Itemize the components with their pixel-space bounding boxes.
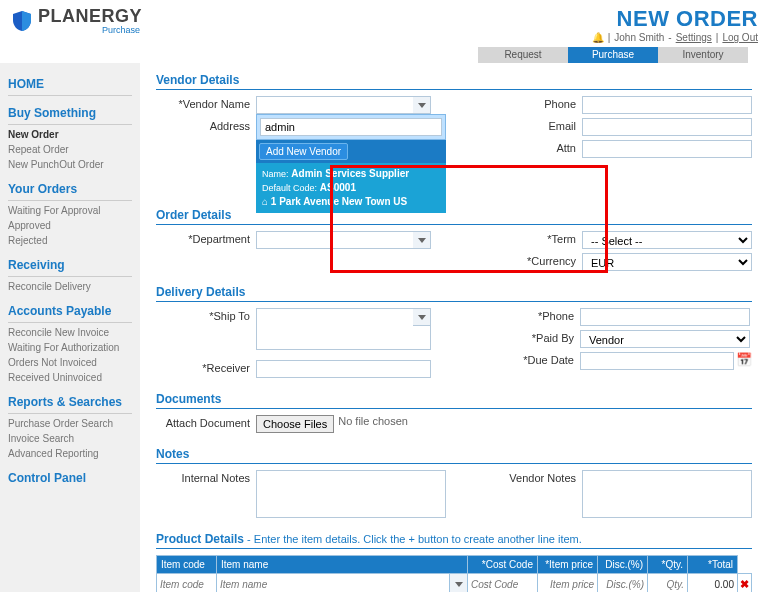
vendor-notes-input[interactable] <box>582 470 752 518</box>
chevron-down-icon <box>418 315 426 320</box>
label-vendor-notes: Vendor Notes <box>482 470 582 518</box>
shipto-dropdown-toggle[interactable] <box>413 308 431 326</box>
logout-link[interactable]: Log Out <box>722 32 758 43</box>
label-attn: Attn <box>482 140 582 158</box>
shield-icon <box>10 9 34 33</box>
tab-purchase[interactable]: Purchase <box>568 47 658 63</box>
attn-input[interactable] <box>582 140 752 158</box>
home-icon: ⌂ <box>262 196 268 207</box>
section-products: Product Details - Enter the item details… <box>156 532 752 549</box>
tabs: Request Purchase Inventory <box>10 47 758 63</box>
vendor-result-item[interactable]: Name: Admin Services Supplier Default Co… <box>256 163 446 213</box>
term-select[interactable]: -- Select -- <box>582 231 752 249</box>
label-department: *Department <box>156 231 256 249</box>
chevron-down-icon <box>418 103 426 108</box>
row-item-price[interactable] <box>539 575 596 592</box>
sidebar-item-rejected[interactable]: Rejected <box>8 233 132 248</box>
label-address: Address <box>156 118 256 132</box>
chevron-down-icon <box>418 238 426 243</box>
label-currency: *Currency <box>482 253 582 271</box>
col-cost-code: *Cost Code <box>468 556 538 574</box>
department-dropdown-toggle[interactable] <box>413 231 431 249</box>
tab-request[interactable]: Request <box>478 47 568 63</box>
vendor-name-input[interactable] <box>256 96 431 114</box>
row-item-name[interactable] <box>218 575 466 592</box>
choose-files-button[interactable]: Choose Files <box>256 415 334 433</box>
sidebar-item-waiting-approval[interactable]: Waiting For Approval <box>8 203 132 218</box>
label-attach: Attach Document <box>156 415 256 433</box>
phone-input[interactable] <box>582 96 752 114</box>
label-vendor-name: *Vendor Name <box>156 96 256 114</box>
delete-row-button[interactable]: ✖ <box>738 574 752 593</box>
label-duedate: *Due Date <box>480 352 580 370</box>
col-total: *Total <box>688 556 738 574</box>
row-disc[interactable] <box>599 575 646 592</box>
sidebar-item-waiting-auth[interactable]: Waiting For Authorization <box>8 340 132 355</box>
nav-receiving[interactable]: Receiving <box>8 254 132 277</box>
add-vendor-button[interactable]: Add New Vendor <box>259 143 348 160</box>
sidebar-item-punchout[interactable]: New PunchOut Order <box>8 157 132 172</box>
nav-home[interactable]: HOME <box>8 73 132 96</box>
sidebar-item-not-invoiced[interactable]: Orders Not Invoiced <box>8 355 132 370</box>
calendar-icon[interactable]: 📅 <box>736 352 752 370</box>
sidebar: HOME Buy Something New Order Repeat Orde… <box>0 63 140 592</box>
row-item-code[interactable] <box>158 575 215 592</box>
section-order: Order Details <box>156 208 752 225</box>
label-phone: Phone <box>482 96 582 114</box>
label-term: *Term <box>482 231 582 249</box>
vendor-name-dropdown-toggle[interactable] <box>413 96 431 114</box>
internal-notes-input[interactable] <box>256 470 446 518</box>
label-email: Email <box>482 118 582 136</box>
paidby-select[interactable]: Vendor <box>580 330 750 348</box>
app-header: PLANERGY Purchase NEW ORDER 🔔 | John Smi… <box>0 0 768 63</box>
product-table: Item code Item name *Cost Code *Item pri… <box>156 555 752 592</box>
sidebar-item-adv-reporting[interactable]: Advanced Reporting <box>8 446 132 461</box>
label-receiver: *Receiver <box>156 360 256 378</box>
page-title: NEW ORDER <box>592 6 758 32</box>
vendor-search-input[interactable] <box>260 118 442 136</box>
col-disc: Disc.(%) <box>598 556 648 574</box>
nav-control[interactable]: Control Panel <box>8 467 132 489</box>
col-item-name: Item name <box>217 556 468 574</box>
label-dphone: *Phone <box>480 308 580 326</box>
sidebar-item-reconcile-invoice[interactable]: Reconcile New Invoice <box>8 325 132 340</box>
tab-inventory[interactable]: Inventory <box>658 47 748 63</box>
row-total <box>689 575 736 592</box>
sidebar-item-invoice-search[interactable]: Invoice Search <box>8 431 132 446</box>
table-row: ✖ <box>157 574 752 593</box>
nav-reports[interactable]: Reports & Searches <box>8 391 132 414</box>
row-cost-code[interactable] <box>469 575 536 592</box>
col-item-price: *Item price <box>538 556 598 574</box>
sidebar-item-approved[interactable]: Approved <box>8 218 132 233</box>
department-input[interactable] <box>256 231 431 249</box>
bell-icon[interactable]: 🔔 <box>592 32 604 43</box>
section-vendor: Vendor Details <box>156 73 752 90</box>
nav-ap[interactable]: Accounts Payable <box>8 300 132 323</box>
receiver-input[interactable] <box>256 360 431 378</box>
chevron-down-icon <box>455 582 463 587</box>
settings-link[interactable]: Settings <box>676 32 712 43</box>
row-name-dropdown[interactable] <box>449 574 467 592</box>
brand-name: PLANERGY <box>38 6 142 27</box>
sidebar-item-new-order[interactable]: New Order <box>8 127 132 142</box>
row-qty[interactable] <box>649 575 686 592</box>
nav-your-orders[interactable]: Your Orders <box>8 178 132 201</box>
currency-select[interactable]: EUR <box>582 253 752 271</box>
shipto-input[interactable] <box>256 308 431 350</box>
label-internal-notes: Internal Notes <box>156 470 256 518</box>
nav-buy[interactable]: Buy Something <box>8 102 132 125</box>
duedate-input[interactable] <box>580 352 734 370</box>
sidebar-item-repeat-order[interactable]: Repeat Order <box>8 142 132 157</box>
email-input[interactable] <box>582 118 752 136</box>
delivery-phone-input[interactable] <box>580 308 750 326</box>
label-shipto: *Ship To <box>156 308 256 352</box>
logo[interactable]: PLANERGY Purchase <box>10 6 142 35</box>
sidebar-item-po-search[interactable]: Purchase Order Search <box>8 416 132 431</box>
section-notes: Notes <box>156 447 752 464</box>
section-documents: Documents <box>156 392 752 409</box>
sidebar-item-reconcile-delivery[interactable]: Reconcile Delivery <box>8 279 132 294</box>
sidebar-item-received-uninvoiced[interactable]: Received Uninvoiced <box>8 370 132 385</box>
label-paidby: *Paid By <box>480 330 580 348</box>
section-delivery: Delivery Details <box>156 285 752 302</box>
col-qty: *Qty. <box>648 556 688 574</box>
